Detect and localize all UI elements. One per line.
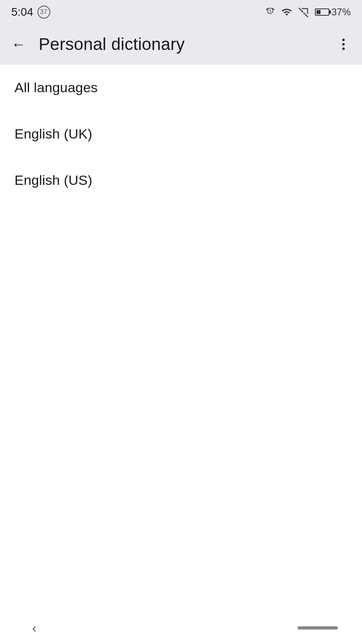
back-button[interactable]: ← bbox=[10, 35, 27, 53]
list-item-english-uk[interactable]: English (UK) bbox=[0, 111, 362, 157]
english-us-label: English (US) bbox=[14, 172, 92, 188]
language-list: All languages English (UK) English (US) bbox=[0, 64, 362, 203]
back-arrow-icon: ← bbox=[11, 37, 26, 52]
battery-status: 37% bbox=[315, 6, 351, 18]
status-bar: 5:04 37 37% bbox=[0, 0, 362, 24]
list-item-all-languages[interactable]: All languages bbox=[0, 64, 362, 111]
battery-icon bbox=[315, 8, 329, 16]
more-options-button[interactable] bbox=[335, 35, 352, 53]
all-languages-label: All languages bbox=[14, 80, 98, 95]
nav-home-pill[interactable] bbox=[298, 626, 338, 630]
bottom-navigation: ‹ bbox=[0, 612, 362, 644]
battery-percent: 37% bbox=[331, 6, 351, 18]
nav-back-chevron-icon: ‹ bbox=[32, 621, 37, 636]
signal-icon bbox=[298, 7, 309, 17]
nav-back-button[interactable]: ‹ bbox=[24, 618, 44, 638]
status-time: 5:04 bbox=[11, 6, 33, 19]
page-title: Personal dictionary bbox=[39, 35, 185, 54]
app-bar-left: ← Personal dictionary bbox=[10, 35, 185, 54]
notification-badge: 37 bbox=[37, 6, 50, 19]
more-dots-icon bbox=[342, 39, 345, 50]
english-uk-label: English (UK) bbox=[14, 126, 92, 142]
status-bar-right: 37% bbox=[265, 6, 351, 18]
list-item-english-us[interactable]: English (US) bbox=[0, 157, 362, 203]
status-bar-left: 5:04 37 bbox=[11, 6, 50, 19]
alarm-icon bbox=[265, 7, 275, 17]
app-bar: ← Personal dictionary bbox=[0, 24, 362, 64]
wifi-icon bbox=[281, 7, 292, 17]
